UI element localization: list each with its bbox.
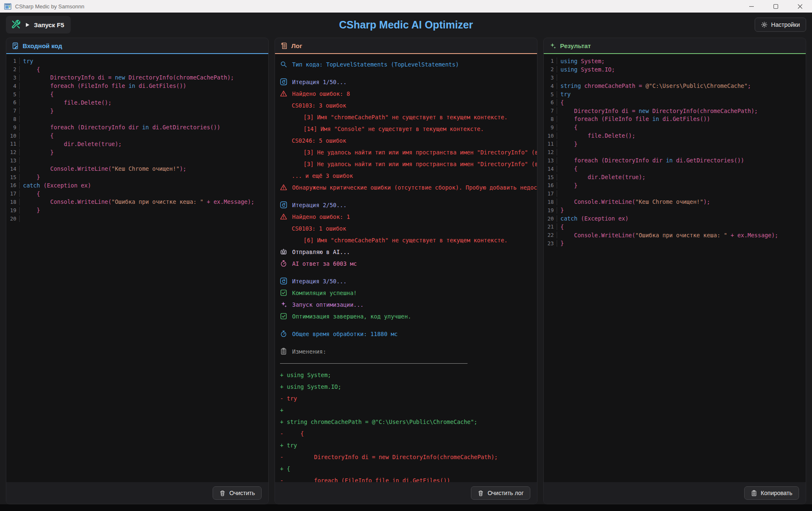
code-line-text: } xyxy=(557,141,578,147)
code-line-number: 5 xyxy=(6,91,20,98)
sparkles-icon xyxy=(549,42,556,49)
log-entry: Итерация 2/50... xyxy=(275,199,537,211)
gear-icon xyxy=(761,21,768,28)
log-panel: Лог Тип кода: TopLevelStatements (TopLev… xyxy=(275,38,537,504)
log-gap xyxy=(275,70,537,76)
code-line: 9 foreach (DirectoryInfo dir in di.GetDi… xyxy=(6,123,268,131)
maximize-button[interactable] xyxy=(763,0,788,13)
page-title: CSharp Medic AI Optimizer xyxy=(0,19,812,31)
code-line-text: { xyxy=(557,223,564,230)
log-entry-text: Оптимизация завершена, код улучшен. xyxy=(292,313,411,320)
code-line-number: 15 xyxy=(544,174,557,180)
clear-input-button[interactable]: Очистить xyxy=(213,486,262,500)
code-line-number: 6 xyxy=(6,99,20,105)
log-entry-text: Компиляция успешна! xyxy=(292,290,357,296)
code-line: 15 } xyxy=(6,173,268,181)
log-entry-text: Итерация 3/50... xyxy=(292,278,347,285)
log-entry: Общее время обработки: 11880 мс xyxy=(275,328,537,340)
code-line-text: foreach (FileInfo file in di.GetFiles()) xyxy=(557,116,710,122)
code-line: 15 dir.Delete(true); xyxy=(544,173,806,181)
minimize-button[interactable] xyxy=(739,0,763,13)
clear-input-label: Очистить xyxy=(229,490,255,496)
code-line-number: 10 xyxy=(6,133,20,139)
log-panel-footer: Очистить лог xyxy=(275,482,537,504)
code-line: 4 foreach (FileInfo file in di.GetFiles(… xyxy=(6,82,268,90)
result-panel-header: Результат xyxy=(544,38,806,54)
code-line-number: 21 xyxy=(544,223,557,230)
app-window: CSharp Medic by Samsonnn Запуск F5 CShar… xyxy=(0,0,812,511)
check-icon xyxy=(280,289,288,297)
close-button[interactable] xyxy=(788,0,812,13)
log-entry-text: + try xyxy=(280,442,297,449)
code-line-text: { xyxy=(20,91,54,98)
input-code-panel: Входной код 1try2 {3 DirectoryInfo di = … xyxy=(6,38,269,504)
code-line-text: } xyxy=(557,240,564,247)
code-line-text: foreach (DirectoryInfo dir in di.GetDire… xyxy=(557,157,744,164)
log-divider xyxy=(275,357,537,369)
code-line-number: 4 xyxy=(544,83,557,89)
log-entry: [3] Имя "chromeCachePath" не существует … xyxy=(275,111,537,123)
copy-result-button[interactable]: Копировать xyxy=(744,486,799,500)
titlebar[interactable]: CSharp Medic by Samsonnn xyxy=(0,0,812,13)
log-entry: - foreach (FileInfo file in di.GetFiles(… xyxy=(275,475,537,482)
code-line-number: 15 xyxy=(6,174,20,180)
code-line-number: 6 xyxy=(544,99,557,105)
run-button[interactable]: Запуск F5 xyxy=(6,16,71,33)
code-line-number: 19 xyxy=(6,207,20,213)
code-line-number: 3 xyxy=(6,74,20,81)
code-line: 4string chromeCachePath = @"C:\Users\Pub… xyxy=(544,82,806,90)
iteration-icon xyxy=(280,78,288,86)
run-button-label: Запуск F5 xyxy=(34,21,64,28)
code-line-text: using System; xyxy=(557,58,605,64)
trash-icon xyxy=(478,490,484,496)
settings-button-label: Настройки xyxy=(771,21,800,28)
log-entry-text: Общее время обработки: 11880 мс xyxy=(292,331,398,337)
code-line-number: 19 xyxy=(544,207,557,213)
code-line-text: Console.WriteLine("Кеш Chrome очищен!"); xyxy=(20,165,186,172)
code-line: 18 Console.WriteLine("Ошибка при очистке… xyxy=(6,198,268,206)
code-line-text: { xyxy=(20,132,54,139)
result-code-view[interactable]: 1using System;2using System.IO;34string … xyxy=(544,54,806,482)
log-entry-text: ... и ещё 3 ошибок xyxy=(292,172,353,179)
input-code-editor[interactable]: 1try2 {3 DirectoryInfo di = new Director… xyxy=(6,54,268,482)
code-line: 23} xyxy=(544,239,806,248)
log-entry: Компиляция успешна! xyxy=(275,287,537,299)
warning-icon xyxy=(280,213,288,221)
log-entry: - try xyxy=(275,393,537,404)
code-line-number: 14 xyxy=(6,166,20,172)
log-gap xyxy=(275,322,537,328)
log-entry-text: Запуск оптимизации... xyxy=(292,301,364,308)
log-entry: Итерация 3/50... xyxy=(275,275,537,287)
code-line-text: } xyxy=(20,207,40,213)
log-entry: + try xyxy=(275,439,537,451)
code-line-number: 20 xyxy=(544,216,557,222)
log-entry-text: + using System.IO; xyxy=(280,383,341,390)
code-line: 8 xyxy=(6,115,268,123)
code-line-number: 20 xyxy=(6,216,20,222)
code-line-text: { xyxy=(20,66,40,73)
code-line-number: 13 xyxy=(6,157,20,164)
window-bottom-strip xyxy=(0,504,812,511)
code-line-number: 9 xyxy=(544,124,557,131)
search-icon xyxy=(280,61,288,68)
code-line-number: 8 xyxy=(544,116,557,122)
code-line-number: 9 xyxy=(6,124,20,131)
settings-button[interactable]: Настройки xyxy=(755,18,806,32)
code-line: 19} xyxy=(544,206,806,214)
log-entry-text: + { xyxy=(280,465,290,472)
code-line: 9 { xyxy=(544,123,806,131)
log-panel-header: Лог xyxy=(275,38,537,54)
log-entry-text: Изменения: xyxy=(292,348,326,355)
log-entry: Тип кода: TopLevelStatements (TopLevelSt… xyxy=(275,59,537,70)
code-line: 8 foreach (FileInfo file in di.GetFiles(… xyxy=(544,115,806,123)
code-line-text: catch (Exception ex) xyxy=(557,215,629,222)
code-line: 17 xyxy=(544,190,806,198)
log-list[interactable]: Тип кода: TopLevelStatements (TopLevelSt… xyxy=(275,54,537,482)
code-line: 13 xyxy=(6,157,268,165)
code-line: 14 { xyxy=(544,164,806,173)
log-entry: - { xyxy=(275,428,537,439)
log-entry: [3] Не удалось найти тип или имя простра… xyxy=(275,158,537,170)
log-entry-text: Найдено ошибок: 1 xyxy=(292,213,350,220)
code-line: 5 { xyxy=(6,90,268,98)
clear-log-button[interactable]: Очистить лог xyxy=(471,486,530,500)
